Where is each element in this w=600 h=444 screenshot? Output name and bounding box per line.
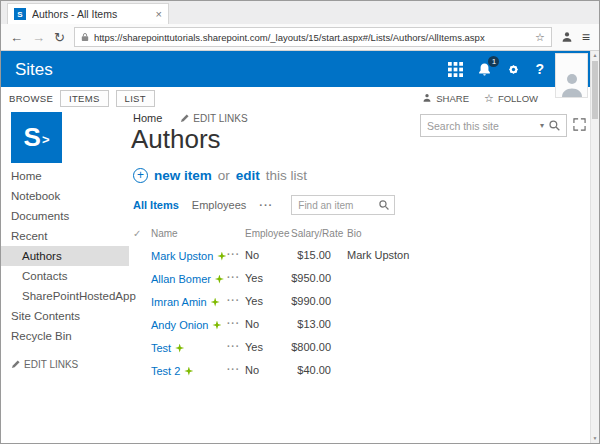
new-item-badge-icon: [217, 252, 226, 261]
sidebar-item-sharepointhostedapp[interactable]: SharePointHostedApp: [1, 286, 129, 306]
sidebar-item-contacts[interactable]: Contacts: [1, 266, 129, 286]
url-field[interactable]: https://sharepointtutorials.sharepoint.c…: [74, 27, 552, 47]
item-menu-ellipsis-icon[interactable]: ···: [227, 272, 245, 283]
sidebar-item-notebook[interactable]: Notebook: [1, 186, 129, 206]
sidebar-edit-links-label: EDIT LINKS: [24, 359, 78, 370]
item-menu-ellipsis-icon[interactable]: ···: [227, 341, 245, 352]
browser-tab[interactable]: S Authors - All Items ×: [7, 3, 169, 24]
item-name-link[interactable]: Test 2: [151, 365, 180, 377]
table-row[interactable]: Imran Amin ··· Yes $990.00: [133, 289, 584, 312]
sharepoint-favicon: S: [14, 8, 26, 20]
tab-list[interactable]: LIST: [116, 90, 155, 107]
table-row[interactable]: Test 2 ··· No $40.00: [133, 358, 584, 381]
topnav-home-link[interactable]: Home: [133, 112, 162, 124]
column-header-employee[interactable]: Employee: [245, 228, 291, 239]
this-list-text: this list: [266, 168, 307, 183]
topnav-edit-links-button[interactable]: EDIT LINKS: [180, 113, 247, 124]
select-all-check-icon[interactable]: ✓: [133, 228, 151, 239]
browser-tab-strip: S Authors - All Items ×: [1, 1, 599, 24]
pencil-icon: [180, 114, 189, 123]
column-header-salary[interactable]: Salary/Rate: [291, 228, 347, 239]
views-more-icon[interactable]: ···: [259, 199, 273, 211]
sidebar-item-authors[interactable]: Authors: [1, 246, 129, 266]
view-employees[interactable]: Employees: [192, 199, 246, 211]
follow-button[interactable]: ☆ FOLLOW: [484, 92, 538, 105]
focus-on-content-icon[interactable]: [573, 118, 586, 131]
browser-address-bar: ← → ↻ https://sharepointtutorials.sharep…: [1, 24, 599, 51]
logo-letter: S: [24, 122, 41, 153]
view-all-items[interactable]: All Items: [133, 199, 179, 211]
share-label: SHARE: [436, 93, 469, 104]
scrollbar-thumb[interactable]: [592, 61, 598, 119]
settings-gear-icon[interactable]: [506, 62, 521, 77]
page-title: Authors: [131, 124, 221, 155]
table-row[interactable]: Test ··· Yes $800.00: [133, 335, 584, 358]
employee-cell: Yes: [245, 341, 291, 353]
table-row[interactable]: Mark Upston ··· No $15.00 Mark Upston: [133, 243, 584, 266]
ribbon-bar: BROWSE ITEMS LIST SHARE ☆ FOLLOW: [1, 87, 590, 109]
search-icon[interactable]: [548, 119, 561, 132]
scrollbar-down-icon[interactable]: ▼: [591, 434, 599, 443]
forward-icon[interactable]: →: [32, 31, 45, 44]
url-text: https://sharepointtutorials.sharepoint.c…: [94, 32, 530, 43]
share-button[interactable]: SHARE: [422, 93, 469, 104]
salary-cell: $990.00: [291, 295, 347, 307]
sidebar-item-recent[interactable]: Recent: [1, 226, 129, 246]
sidebar-item-site-contents[interactable]: Site Contents: [1, 306, 129, 326]
tab-items[interactable]: ITEMS: [60, 90, 109, 107]
sidebar-item-home[interactable]: Home: [1, 166, 129, 186]
table-row[interactable]: Allan Bomer ··· Yes $950.00: [133, 266, 584, 289]
item-name-link[interactable]: Allan Bomer: [151, 273, 211, 285]
column-header-name[interactable]: Name: [151, 228, 227, 239]
employee-cell: Yes: [245, 295, 291, 307]
tab-browse[interactable]: BROWSE: [9, 93, 53, 104]
item-name-link[interactable]: Test: [151, 342, 171, 354]
find-search-icon[interactable]: [378, 199, 390, 211]
item-menu-ellipsis-icon[interactable]: ···: [227, 318, 245, 329]
new-item-badge-icon: [184, 367, 193, 376]
help-icon[interactable]: ?: [535, 61, 544, 77]
new-item-badge-icon: [212, 321, 221, 330]
profile-icon[interactable]: [561, 31, 573, 43]
sites-brand[interactable]: Sites: [15, 60, 53, 80]
notifications-bell-icon[interactable]: 1: [477, 62, 492, 77]
salary-cell: $800.00: [291, 341, 347, 353]
site-search-input[interactable]: [427, 120, 536, 132]
table-row[interactable]: Andy Onion ··· No $13.00: [133, 312, 584, 335]
suite-bar: Sites 1 ?: [1, 51, 590, 87]
back-icon[interactable]: ←: [10, 31, 23, 44]
browser-scrollbar[interactable]: ▲ ▼: [590, 51, 599, 443]
plus-circle-icon[interactable]: +: [133, 168, 148, 183]
sidebar-item-documents[interactable]: Documents: [1, 206, 129, 226]
refresh-icon[interactable]: ↻: [54, 31, 65, 44]
item-menu-ellipsis-icon[interactable]: ···: [227, 295, 245, 306]
new-item-badge-icon: [175, 344, 184, 353]
column-header-bio[interactable]: Bio: [347, 228, 447, 239]
edit-list-link[interactable]: edit: [236, 168, 260, 183]
find-item-input[interactable]: [298, 200, 378, 211]
app-launcher-icon[interactable]: [448, 62, 463, 77]
tab-close-icon[interactable]: ×: [156, 9, 162, 20]
item-name-link[interactable]: Mark Upston: [151, 250, 213, 262]
item-name-link[interactable]: Andy Onion: [151, 319, 208, 331]
notification-badge: 1: [488, 56, 499, 67]
item-name-link[interactable]: Imran Amin: [151, 296, 207, 308]
item-menu-ellipsis-icon[interactable]: ···: [227, 364, 245, 375]
employee-cell: No: [245, 249, 291, 261]
employee-cell: No: [245, 318, 291, 330]
new-item-badge-icon: [215, 275, 224, 284]
suite-bar-icons: 1 ?: [448, 51, 544, 87]
browser-menu-icon[interactable]: ≡: [582, 29, 590, 45]
item-menu-ellipsis-icon[interactable]: ···: [227, 249, 245, 260]
favorite-star-icon[interactable]: ☆: [535, 31, 545, 44]
bio-cell: Mark Upston: [347, 249, 447, 261]
scrollbar-up-icon[interactable]: ▲: [591, 51, 599, 60]
site-search-box: ▾: [420, 114, 567, 137]
sharepoint-logo[interactable]: S >: [11, 112, 62, 163]
sidebar-item-recycle-bin[interactable]: Recycle Bin: [1, 326, 129, 346]
search-scope-caret-icon[interactable]: ▾: [540, 121, 544, 130]
user-avatar[interactable]: [555, 53, 588, 98]
new-item-link[interactable]: new item: [154, 168, 212, 183]
lock-icon: [81, 32, 89, 42]
sidebar-edit-links-button[interactable]: EDIT LINKS: [1, 359, 129, 370]
